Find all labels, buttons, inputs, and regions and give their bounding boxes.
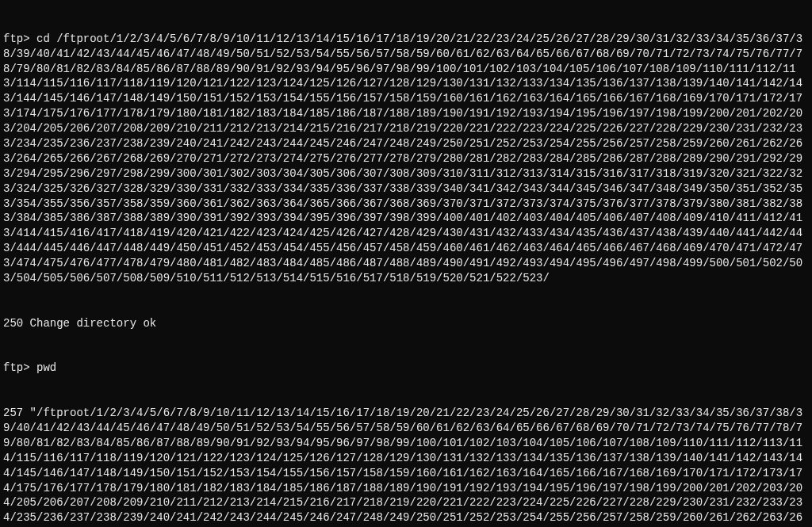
ftp-cd-command-line: ftp> cd /ftproot/1/2/3/4/5/6/7/8/9/10/11… [3, 32, 809, 286]
ftp-cd-response: 250 Change directory ok [3, 316, 809, 331]
ftp-pwd-command-line: ftp> pwd [3, 361, 809, 376]
ftp-pwd-response: 257 "/ftproot/1/2/3/4/5/6/7/8/9/10/11/12… [3, 406, 809, 527]
terminal-output[interactable]: ftp> cd /ftproot/1/2/3/4/5/6/7/8/9/10/11… [3, 2, 809, 527]
